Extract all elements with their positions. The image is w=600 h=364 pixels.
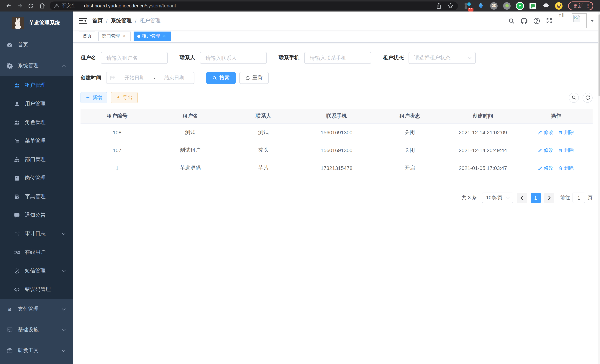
fullscreen-icon[interactable]: [543, 11, 555, 30]
sidebar-fold-icon[interactable]: [79, 17, 87, 25]
browser-back-icon[interactable]: [3, 0, 14, 11]
scrollbar-thumb[interactable]: [599, 14, 600, 96]
sidebar-item-audit-log[interactable]: 审计日志: [0, 224, 73, 243]
bookmark-star-icon[interactable]: [448, 3, 453, 9]
command-extension-icon[interactable]: ⌘: [490, 2, 498, 10]
pagination: 共 3 条 10条/页 1 前往: [81, 193, 593, 203]
cell-actions: 修改 删除: [519, 141, 593, 159]
reset-button[interactable]: 重置: [239, 72, 269, 84]
recorder-extension-icon[interactable]: [503, 2, 511, 10]
y-extension-icon[interactable]: Y: [516, 2, 524, 10]
start-date-placeholder[interactable]: 开始日期: [118, 75, 151, 81]
browser-home-icon[interactable]: [36, 0, 47, 11]
cell-phone: 17321315478: [300, 159, 373, 177]
phone-input[interactable]: [304, 52, 371, 64]
tenant-name-input[interactable]: [101, 52, 168, 64]
sidebar-item-post[interactable]: 岗位管理: [0, 169, 73, 187]
goto-page-input[interactable]: [572, 193, 585, 203]
table-refresh-icon[interactable]: [582, 93, 593, 103]
font-size-icon[interactable]: TT: [555, 11, 568, 30]
cell-actions: 修改 删除: [519, 123, 593, 141]
add-button[interactable]: 新增: [81, 92, 107, 103]
tab-tenant-active[interactable]: 租户管理 ×: [134, 31, 171, 41]
filter-label: 联系人: [180, 55, 195, 61]
search-button[interactable]: 搜索: [206, 72, 236, 84]
sidebar-item-error-code[interactable]: 错误码管理: [0, 280, 73, 299]
table-search-toggle-icon[interactable]: [569, 93, 579, 103]
url-path[interactable]: /system/tenant: [145, 3, 176, 9]
edit-action[interactable]: 修改: [538, 129, 553, 136]
header-search-icon[interactable]: [505, 11, 518, 30]
sidebar-item-menu[interactable]: 菜单管理: [0, 132, 73, 150]
sidebar-item-role[interactable]: 角色管理: [0, 113, 73, 132]
delete-action[interactable]: 删除: [559, 147, 574, 153]
sidebar-item-dict[interactable]: 字典管理: [0, 187, 73, 206]
edit-action[interactable]: 修改: [538, 165, 553, 171]
app-logo-row[interactable]: 芋道管理系统: [0, 11, 73, 35]
pinned-extension-icon[interactable]: 10: [464, 2, 472, 10]
column-header: 租户名: [154, 109, 227, 123]
breadcrumb-home[interactable]: 首页: [92, 18, 103, 24]
contact-input[interactable]: [200, 52, 267, 64]
table-row[interactable]: 107 测试租户 秃头 15601691300 关闭 2021-12-14 20…: [81, 141, 593, 159]
sidebar-item-sms[interactable]: 短信管理: [0, 261, 73, 280]
browser-forward-icon[interactable]: [14, 0, 25, 11]
date-range-picker[interactable]: 开始日期 - 结束日期: [106, 72, 194, 84]
avatar-broken-image[interactable]: [572, 13, 587, 28]
browser-menu-icon[interactable]: ⋮: [586, 3, 590, 9]
sidebar-item-infra[interactable]: 基础设施: [0, 319, 73, 340]
address-bar[interactable]: 不安全 dashboard.yudao.iocoder.cn/system/te…: [50, 1, 458, 10]
status-select[interactable]: 请选择租户状态: [409, 52, 476, 64]
dict-book-icon: [14, 194, 20, 199]
browser-reload-icon[interactable]: [25, 0, 36, 11]
sidebar-item-tenant[interactable]: 租户管理: [0, 76, 73, 95]
sidebar-item-user[interactable]: 用户管理: [0, 95, 73, 113]
table-row[interactable]: 108 测试 测试 15601691300 关闭 2021-12-14 21:0…: [81, 123, 593, 141]
sidebar-item-notice[interactable]: 通知公告: [0, 206, 73, 224]
sidebar-item-system[interactable]: 系统管理: [0, 55, 73, 76]
sidebar-item-dept[interactable]: 部门管理: [0, 150, 73, 169]
delete-action[interactable]: 删除: [559, 165, 574, 171]
page-size-select[interactable]: 10条/页: [482, 193, 513, 203]
next-page-button[interactable]: [544, 193, 554, 203]
share-icon[interactable]: [436, 3, 441, 9]
close-icon[interactable]: ×: [162, 34, 167, 39]
puzzle-extensions-icon[interactable]: [542, 2, 550, 10]
delete-action[interactable]: 删除: [559, 129, 574, 136]
user-avatar-area[interactable]: [572, 13, 594, 28]
security-label[interactable]: 不安全: [62, 3, 75, 9]
pagination-total: 共 3 条: [462, 195, 477, 201]
avatar-caret-icon[interactable]: [590, 20, 594, 24]
tab-dept[interactable]: 部门管理 ×: [98, 31, 131, 41]
prev-page-button[interactable]: [517, 193, 527, 203]
help-icon[interactable]: [530, 11, 543, 30]
page-scrollbar[interactable]: [598, 11, 600, 364]
sidebar-item-dev-tools[interactable]: 研发工具: [0, 340, 73, 361]
end-date-placeholder[interactable]: 结束日期: [158, 75, 190, 81]
page-number-1[interactable]: 1: [531, 193, 541, 203]
url-host[interactable]: dashboard.yudao.iocoder.cn: [84, 3, 145, 9]
chat-extension-icon[interactable]: [529, 2, 537, 10]
edit-action[interactable]: 修改: [538, 147, 553, 153]
close-icon[interactable]: ×: [122, 34, 127, 39]
table-header-row: 租户编号 租户名 联系人 联系手机 租户状态 创建时间 操作: [81, 109, 593, 123]
breadcrumb-system[interactable]: 系统管理: [111, 18, 132, 24]
cell-contact: 芋艿: [227, 159, 300, 177]
post-badge-icon: [14, 175, 20, 181]
security-warning-icon[interactable]: [54, 3, 59, 8]
kite-extension-icon[interactable]: [477, 2, 485, 10]
github-icon[interactable]: [518, 11, 530, 30]
chevron-left-icon: [520, 196, 524, 200]
export-button[interactable]: 导出: [111, 92, 138, 103]
column-header: 联系手机: [300, 109, 373, 123]
emoji-profile-icon[interactable]: [555, 2, 563, 10]
sidebar-item-home[interactable]: 首页: [0, 35, 73, 55]
tab-home[interactable]: 首页: [79, 31, 95, 41]
table-row[interactable]: 1 芋道源码 芋艿 17321315478 开启 2021-01-05 17:0…: [81, 159, 593, 177]
delete-action-label: 删除: [564, 147, 574, 153]
table-body: 108 测试 测试 15601691300 关闭 2021-12-14 21:0…: [81, 123, 593, 177]
sidebar-item-pay[interactable]: ¥ 支付管理: [0, 299, 73, 319]
briefcase-icon: [7, 348, 13, 354]
sidebar-item-online-user[interactable]: 在线用户: [0, 243, 73, 261]
chrome-update-button[interactable]: 更新 ⋮: [568, 1, 593, 10]
